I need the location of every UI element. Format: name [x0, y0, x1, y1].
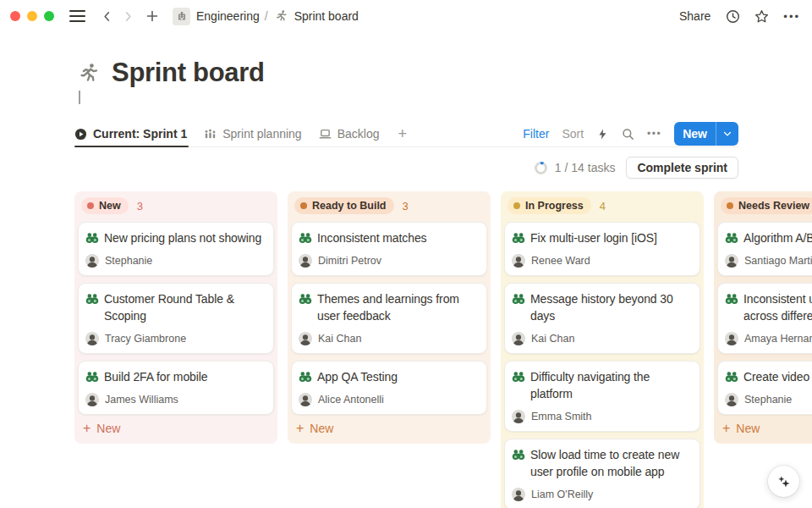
filter-button[interactable]: Filter	[523, 127, 549, 141]
complete-sprint-button[interactable]: Complete sprint	[626, 157, 738, 179]
binoculars-icon	[512, 231, 525, 245]
card-title: Inconsistent matches	[317, 229, 427, 246]
task-card[interactable]: Algorithm A/B testing Santiago Martinez	[717, 222, 812, 276]
card-title: App QA Testing	[317, 368, 398, 385]
avatar	[512, 254, 525, 268]
tab-sprint-planning[interactable]: Sprint planning	[204, 121, 306, 146]
avatar	[299, 393, 312, 406]
binoculars-icon	[725, 231, 738, 245]
binoculars-icon	[299, 231, 312, 245]
task-card[interactable]: Inconsistent matches Dimitri Petrov	[291, 222, 487, 276]
task-card[interactable]: Message history beyond 30 days Kai Chan	[504, 283, 700, 354]
assignee-name: James Williams	[105, 394, 178, 406]
binoculars-icon	[85, 370, 99, 384]
assignee-name: Kai Chan	[531, 333, 574, 345]
assignee-name: Stephanie	[744, 394, 792, 406]
ai-assistant-button[interactable]	[768, 466, 799, 497]
binoculars-icon	[85, 231, 99, 245]
add-page-icon[interactable]	[145, 9, 159, 23]
breadcrumb-separator: /	[265, 9, 268, 23]
column-header[interactable]: In Progress 4	[504, 196, 700, 222]
forward-icon[interactable]	[122, 10, 134, 23]
add-card-label: New	[310, 422, 333, 435]
column-header[interactable]: Needs Review	[717, 196, 812, 222]
card-title: Themes and learnings from user feedback	[317, 290, 480, 324]
assignee-name: Santiago Martinez	[744, 255, 812, 267]
bolt-icon[interactable]	[596, 128, 609, 141]
avatar	[299, 332, 312, 345]
new-button[interactable]: New	[674, 122, 738, 146]
add-card-label: New	[736, 422, 760, 435]
column-ready-to-build: Ready to Build 3 Inconsistent matches Di…	[288, 191, 491, 444]
status-label: In Progress	[525, 200, 584, 212]
binoculars-icon	[725, 292, 738, 306]
column-header[interactable]: New 3	[78, 196, 274, 222]
tab-current-sprint[interactable]: Current: Sprint 1	[74, 121, 192, 146]
task-card[interactable]: Customer Round Table & Scoping Tracy Gia…	[78, 283, 274, 354]
task-card[interactable]: App QA Testing Alice Antonelli	[291, 361, 487, 415]
close-window-button[interactable]	[10, 11, 20, 21]
column-needs-review: Needs Review Algorithm A/B testing Santi…	[714, 191, 812, 444]
sort-button[interactable]: Sort	[562, 127, 584, 141]
assignee-name: Amaya Hernandez	[744, 333, 812, 345]
search-icon[interactable]	[622, 128, 634, 141]
task-card[interactable]: New pricing plans not showing Stephanie	[78, 222, 274, 276]
task-card[interactable]: Slow load time to create new user profil…	[504, 439, 700, 508]
star-icon[interactable]	[754, 9, 769, 24]
kanban-board: New 3 New pricing plans not showing Step…	[74, 191, 812, 508]
runner-icon	[275, 9, 288, 23]
avatar	[725, 332, 738, 345]
avatar	[299, 254, 312, 268]
avatar	[85, 393, 99, 406]
more-icon[interactable]: •••	[783, 10, 800, 23]
page-icon-runner[interactable]	[78, 62, 101, 85]
status-dot	[300, 202, 307, 209]
assignee-name: Tracy Giambrone	[105, 333, 186, 345]
avatar	[725, 393, 738, 406]
clock-icon[interactable]	[726, 9, 740, 24]
card-title: Customer Round Table & Scoping	[104, 290, 266, 324]
breadcrumb-page[interactable]: Sprint board	[294, 9, 359, 23]
tab-label: Current: Sprint 1	[93, 127, 187, 141]
assignee-name: Alice Antonelli	[318, 394, 384, 406]
task-card[interactable]: Inconsistent user journeys across differ…	[717, 283, 812, 354]
task-card[interactable]: Create video guides Stephanie	[717, 361, 812, 415]
task-card[interactable]: Fix multi-user login [iOS] Renee Ward	[504, 222, 700, 276]
new-button-label[interactable]: New	[674, 122, 716, 146]
assignee-name: Emma Smith	[531, 411, 592, 422]
laptop-icon	[319, 128, 332, 141]
card-title: Slow load time to create new user profil…	[530, 446, 693, 480]
avatar	[512, 332, 525, 345]
binoculars-icon	[512, 370, 525, 384]
card-title: Message history beyond 30 days	[530, 290, 693, 324]
assignee-name: Kai Chan	[318, 333, 361, 345]
page-title[interactable]: Sprint board	[112, 58, 265, 88]
binoculars-icon	[512, 448, 525, 461]
minimize-window-button[interactable]	[27, 11, 37, 21]
back-icon[interactable]	[101, 10, 113, 23]
status-label: Needs Review	[738, 200, 809, 212]
task-card[interactable]: Themes and learnings from user feedback …	[291, 283, 487, 354]
add-card-button[interactable]: +New	[717, 415, 812, 440]
task-card[interactable]: Build 2FA for mobile James Williams	[78, 361, 274, 415]
add-card-button[interactable]: +New	[291, 415, 487, 440]
sprint-progress-ring	[535, 162, 547, 174]
avatar	[85, 254, 99, 268]
card-title: Difficulty navigating the platform	[530, 368, 693, 402]
workspace-building-icon[interactable]	[173, 8, 190, 25]
share-button[interactable]: Share	[679, 9, 710, 23]
tab-backlog[interactable]: Backlog	[319, 121, 385, 146]
add-card-button[interactable]: +New	[78, 415, 274, 440]
card-title: Algorithm A/B testing	[743, 229, 812, 246]
breadcrumb-workspace[interactable]: Engineering	[196, 9, 260, 23]
column-in-progress: In Progress 4 Fix multi-user login [iOS]…	[501, 191, 704, 508]
card-title: New pricing plans not showing	[104, 229, 261, 246]
column-header[interactable]: Ready to Build 3	[291, 196, 487, 222]
avatar	[725, 254, 738, 268]
view-more-icon[interactable]: •••	[647, 128, 661, 140]
zoom-window-button[interactable]	[44, 11, 54, 21]
chevron-down-icon[interactable]	[716, 122, 738, 146]
hamburger-icon[interactable]	[69, 10, 85, 21]
task-card[interactable]: Difficulty navigating the platform Emma …	[504, 361, 700, 432]
add-view-button[interactable]: +	[398, 125, 407, 143]
